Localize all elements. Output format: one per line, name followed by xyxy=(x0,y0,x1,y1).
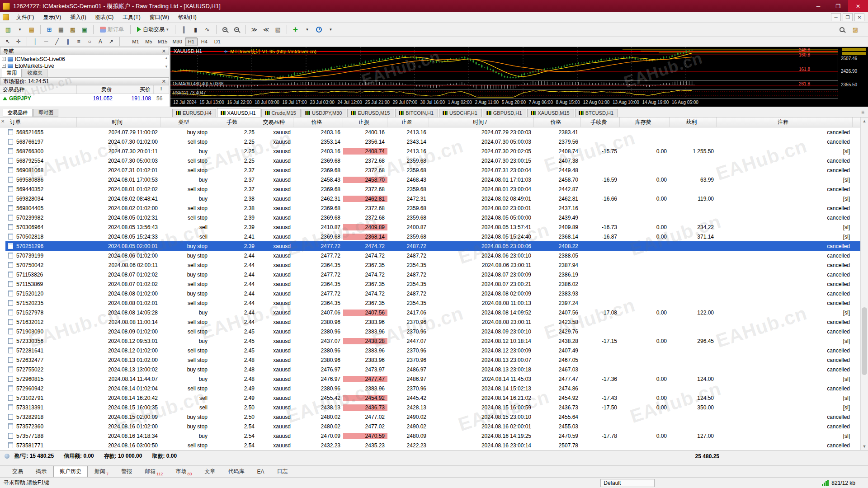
table-row[interactable]: 571632012 2024.08.08 11:00:14 sell stop … xyxy=(5,317,868,327)
minimize-button[interactable]: ─ xyxy=(808,0,828,12)
indicators-dropdown[interactable]: ▾ xyxy=(302,24,313,35)
vertical-scrollbar[interactable]: ▲ ▼ xyxy=(860,117,868,450)
horizontal-line-button[interactable]: ─ xyxy=(41,38,51,46)
chart-tab[interactable]: USDJPY,M30 xyxy=(302,109,346,117)
autotrade-button[interactable]: 自动交易 ▾ xyxy=(134,24,172,35)
chart-tab[interactable]: EURUSD,H4 xyxy=(172,109,216,117)
terminal-tab[interactable]: 邮箱112 xyxy=(139,466,169,477)
navigator-tab[interactable]: 收藏夹 xyxy=(23,69,47,77)
navigator-close-icon[interactable]: ✕ xyxy=(162,48,166,54)
market-watch-tab[interactable]: 即时图 xyxy=(33,109,58,117)
search-icon[interactable] xyxy=(836,24,847,35)
table-row[interactable]: 568766197 2024.07.30 01:02:00 sell stop … xyxy=(5,137,868,146)
time-axis[interactable]: 12 Jul 202415 Jul 13:0016 Jul 22:0018 Ju… xyxy=(170,98,838,107)
menu-item[interactable]: 插入(I) xyxy=(66,13,90,22)
close-button[interactable]: ✕ xyxy=(848,0,868,12)
chart-tab[interactable]: BITCOIN,H1 xyxy=(395,109,438,117)
table-row[interactable]: 568766300 2024.07.30 20:01:11 buy 2.25 x… xyxy=(5,146,868,156)
menu-item[interactable]: 窗口(W) xyxy=(145,13,174,22)
scroll-up-icon[interactable]: ▲ xyxy=(861,117,868,125)
chart-tab[interactable]: EURUSD,M15 xyxy=(347,109,394,117)
table-row[interactable]: 569580886 2024.08.01 17:00:53 buy 2.37 x… xyxy=(5,175,868,184)
table-row[interactable]: 572960815 2024.08.14 11:44:07 buy 2.48 x… xyxy=(5,374,868,384)
navigator-account-item[interactable]: + ICMarketsSC-Live06 xyxy=(2,56,169,62)
col-header-price[interactable]: 价格 xyxy=(293,117,343,127)
navigator-button[interactable]: ▩ xyxy=(67,24,78,35)
menu-item[interactable]: 帮助(H) xyxy=(174,13,201,22)
col-header-order[interactable]: 订单 xyxy=(5,117,77,127)
profile-selector[interactable]: Default xyxy=(600,479,655,487)
expand-icon[interactable]: + xyxy=(2,57,6,61)
chart-tab[interactable]: BTCUSD,H1 xyxy=(575,109,618,117)
table-row[interactable]: 571520120 2024.08.08 01:02:00 buy stop 2… xyxy=(5,289,868,298)
navigator-scroll[interactable]: ▲▼ xyxy=(165,56,168,69)
col-header-commission[interactable]: 手续费 xyxy=(581,117,620,127)
col-header-tp[interactable]: 止盈 xyxy=(387,117,429,127)
table-row[interactable]: 568792554 2024.07.30 05:00:03 sell stop … xyxy=(5,156,868,165)
terminal-tab[interactable]: 揭示 xyxy=(30,466,52,477)
table-row[interactable]: 571153826 2024.08.07 01:02:02 buy stop 2… xyxy=(5,270,868,279)
market-watch-close-icon[interactable]: ✕ xyxy=(162,79,166,84)
table-row[interactable]: 573313391 2024.08.15 16:00:35 sell 2.50 … xyxy=(5,403,868,412)
market-watch-tab[interactable]: 交易品种 xyxy=(3,109,33,117)
new-chart-button[interactable]: ▥ xyxy=(3,24,14,35)
expand-icon[interactable]: + xyxy=(2,64,6,68)
timeframe-button[interactable]: H1 xyxy=(185,38,198,46)
timeframe-button[interactable]: M5 xyxy=(142,38,155,46)
table-row[interactable]: 573282918 2024.08.15 02:00:09 buy stop 2… xyxy=(5,412,868,422)
table-row[interactable]: 570251296 2024.08.05 02:00:01 buy stop 2… xyxy=(5,241,868,251)
menu-item[interactable]: 文件(F) xyxy=(12,13,38,22)
table-row[interactable]: 570306964 2024.08.05 13:56:43 sell 2.39 … xyxy=(5,222,868,232)
terminal-tab[interactable]: 交易 xyxy=(6,466,29,477)
terminal-tab[interactable]: 警报 xyxy=(115,466,138,477)
table-row[interactable]: 569440352 2024.08.01 01:02:02 sell stop … xyxy=(5,184,868,194)
table-row[interactable]: 572330356 2024.08.12 09:53:01 buy 2.45 x… xyxy=(5,336,868,346)
table-row[interactable]: 570750042 2024.08.06 02:00:11 sell stop … xyxy=(5,260,868,270)
col-header-type[interactable]: 类型 xyxy=(160,117,210,127)
col-bid[interactable]: 卖价 xyxy=(77,85,115,94)
terminal-tab[interactable]: 市场80 xyxy=(170,466,198,477)
terminal-button[interactable]: ▣ xyxy=(79,24,90,35)
shapes-button[interactable]: ○ xyxy=(85,38,94,46)
navigator-account-item[interactable]: + EtoMarkets-Live xyxy=(2,62,169,69)
chart-tab[interactable]: XAUUSD,H1 xyxy=(217,108,260,117)
mdi-close-button[interactable]: ✕ xyxy=(854,13,864,21)
col-header-symbol[interactable]: 交易品种 xyxy=(257,117,293,127)
table-row[interactable]: 570502818 2024.08.05 15:24:33 sell 2.41 … xyxy=(5,232,868,241)
chart-shift-button[interactable]: ≪ xyxy=(261,24,272,35)
table-row[interactable]: 572960942 2024.08.14 01:02:04 sell stop … xyxy=(5,384,868,393)
trendline-button[interactable]: ╱ xyxy=(52,38,62,46)
timeframe-button[interactable]: M30 xyxy=(170,38,184,46)
table-row[interactable]: 569828034 2024.08.02 08:48:41 buy 2.38 x… xyxy=(5,194,868,203)
profiles-button[interactable]: ▤ xyxy=(26,24,37,35)
timeframe-button[interactable]: H4 xyxy=(198,38,211,46)
new-order-button[interactable]: 新订单 xyxy=(97,24,127,35)
terminal-tab[interactable]: EA xyxy=(251,467,270,476)
table-row[interactable]: 571903090 2024.08.09 01:02:00 sell stop … xyxy=(5,327,868,336)
col-header-sl[interactable]: 止损 xyxy=(343,117,387,127)
table-row[interactable]: 573102791 2024.08.14 16:20:42 sell 2.49 … xyxy=(5,393,868,403)
timeframe-button[interactable]: M15 xyxy=(156,38,170,46)
arrows-button[interactable]: ↗ xyxy=(106,38,116,46)
table-row[interactable]: 572632477 2024.08.13 01:02:00 sell stop … xyxy=(5,355,868,365)
col-header-lots[interactable]: 手数 xyxy=(210,117,257,127)
table-row[interactable]: 570239982 2024.08.05 01:02:31 sell stop … xyxy=(5,213,868,222)
menu-item[interactable]: 工具(T) xyxy=(118,13,145,22)
terminal-tab[interactable]: 账户历史 xyxy=(53,466,88,477)
vertical-line-button[interactable]: │ xyxy=(30,38,40,46)
channel-button[interactable]: ∥ xyxy=(63,38,73,46)
table-row[interactable]: 573581771 2024.08.16 03:00:50 sell stop … xyxy=(5,441,868,450)
cursor-button[interactable]: ↖ xyxy=(3,38,13,46)
table-row[interactable]: 569081068 2024.07.31 01:02:01 sell stop … xyxy=(5,165,868,175)
tile-windows-button[interactable]: ▧ xyxy=(273,24,283,35)
menu-item[interactable]: 显示(V) xyxy=(38,13,66,22)
market-watch-row[interactable]: GBPJPY 191.052 191.108 56 xyxy=(0,94,169,103)
table-row[interactable]: 573572360 2024.08.16 01:02:00 buy stop 2… xyxy=(5,422,868,431)
mdi-restore-button[interactable]: ❐ xyxy=(843,13,853,21)
menu-item[interactable]: 图表(C) xyxy=(91,13,118,22)
bar-chart-type-button[interactable]: ║ xyxy=(179,24,189,35)
table-row[interactable]: 573577188 2024.08.16 14:18:34 buy 2.54 x… xyxy=(5,431,868,441)
market-watch-button[interactable]: ⊞ xyxy=(44,24,55,35)
col-header-swap[interactable]: 库存费 xyxy=(620,117,670,127)
scrollbar-thumb[interactable] xyxy=(862,307,867,375)
